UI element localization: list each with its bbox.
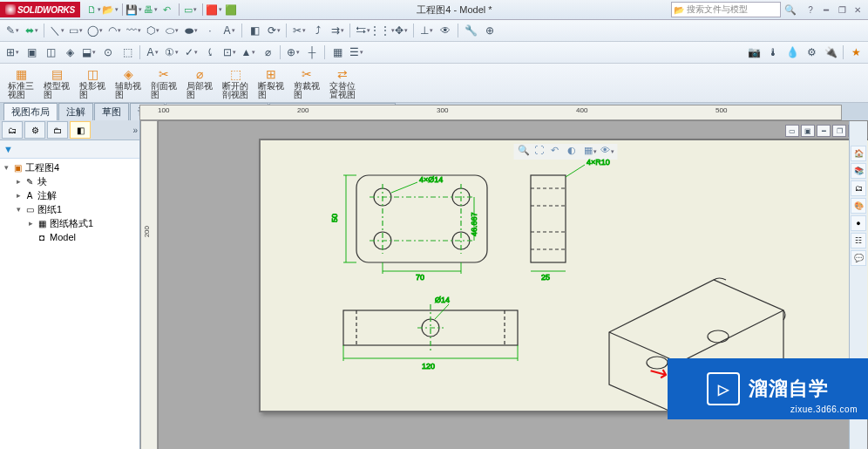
addins-icon[interactable]: ★ [847, 44, 865, 61]
model-view-icon[interactable]: ▣ [23, 44, 40, 61]
tab-草图[interactable]: 草图 [94, 103, 129, 120]
panel-expand-icon[interactable]: » [132, 126, 138, 135]
repair-icon[interactable]: 🔧 [462, 22, 479, 39]
tree-node[interactable]: ◘Model [2, 230, 138, 244]
flow-icon[interactable]: 💧 [783, 44, 801, 61]
options-icon[interactable]: 🟩 [224, 3, 238, 17]
ribbon-交替位置视图[interactable]: ⇄交替位 置视图 [325, 65, 360, 101]
polygon-icon[interactable]: ⬡ [144, 22, 161, 39]
fm-tab-property[interactable]: ⚙ [24, 121, 45, 139]
relation-icon[interactable]: ⊥ [417, 22, 435, 39]
app-logo: SOLIDWORKS [0, 2, 80, 17]
search-input[interactable]: 📂 搜索文件与模型 [671, 2, 781, 17]
print-icon[interactable]: 🖶 [144, 3, 158, 17]
close-icon[interactable]: ✕ [851, 3, 865, 16]
rebuild-icon[interactable]: 🟥 [207, 3, 221, 17]
hole-callout-icon[interactable]: ⌀ [259, 44, 276, 61]
datum-icon[interactable]: ▲ [240, 44, 257, 61]
tp-appearances-icon[interactable]: ● [851, 215, 866, 231]
point-icon[interactable]: · [201, 22, 219, 39]
tree-node[interactable]: ▾▭图纸1 [2, 202, 138, 216]
sim-icon[interactable]: 🌡 [764, 44, 782, 61]
pattern-icon[interactable]: ⋮⋮ [373, 22, 390, 39]
tree-node[interactable]: ▸▦图纸格式1 [2, 216, 138, 230]
tp-file-explorer-icon[interactable]: 🗂 [851, 180, 866, 196]
sketch-icon[interactable]: ✎ [3, 22, 21, 39]
photoview-icon[interactable]: 📷 [745, 44, 763, 61]
select-icon[interactable]: ▭ [184, 3, 198, 17]
weld-icon[interactable]: ⤹ [201, 44, 219, 61]
surface-finish-icon[interactable]: ✓ [182, 44, 200, 61]
ribbon-局部视图[interactable]: ⌀局部视 图 [182, 65, 217, 101]
line-icon[interactable]: ＼ [48, 22, 65, 39]
slot-icon[interactable]: ⬬ [182, 22, 200, 39]
note-icon[interactable]: A [144, 44, 161, 61]
doc-cascade-icon[interactable]: ▣ [801, 125, 815, 137]
circle-icon[interactable]: ◯ [86, 22, 104, 39]
ribbon-辅助视图[interactable]: ◈辅助视 图 [111, 65, 146, 101]
minimize-icon[interactable]: ━ [819, 3, 833, 16]
motion-icon[interactable]: ⚙ [803, 44, 820, 61]
doc-min-icon[interactable]: ━ [817, 125, 831, 137]
trim-icon[interactable]: ✂ [290, 22, 308, 39]
fm-tab-feature-tree[interactable]: 🗂 [2, 121, 23, 139]
ribbon-投影视图[interactable]: ◫投影视 图 [75, 65, 110, 101]
filter-icon[interactable]: ▼ [3, 144, 13, 154]
quick-snap-icon[interactable]: ⊕ [481, 22, 498, 39]
detail-view-icon[interactable]: ⊙ [99, 44, 117, 61]
ribbon-剖面视图[interactable]: ✂剖面视 图 [146, 65, 181, 101]
tp-resources-icon[interactable]: 🏠 [851, 146, 866, 161]
convert-icon[interactable]: ⟳ [265, 22, 282, 39]
ribbon-模型视图[interactable]: ▤模型视 图 [39, 65, 74, 101]
routing-icon[interactable]: 🔌 [822, 44, 839, 61]
plane-icon[interactable]: ◧ [246, 22, 263, 39]
dimension-icon[interactable]: ⬌ [23, 22, 40, 39]
tp-forum-icon[interactable]: 💬 [851, 250, 866, 266]
ribbon-剪裁视图[interactable]: ✂剪裁视 图 [289, 65, 324, 101]
section-view-icon[interactable]: ⬓ [80, 44, 98, 61]
tp-custom-props-icon[interactable]: ☷ [851, 233, 866, 248]
ribbon-断开的剖视图[interactable]: ⬚断开的 剖视图 [218, 65, 253, 101]
broken-out-icon[interactable]: ⬚ [119, 44, 136, 61]
rect-icon[interactable]: ▭ [67, 22, 85, 39]
ellipse-icon[interactable]: ⬭ [163, 22, 180, 39]
text-icon[interactable]: A [220, 22, 238, 39]
fm-tab-config[interactable]: 🗀 [47, 121, 68, 139]
balloon-icon[interactable]: ① [163, 44, 180, 61]
tree-root[interactable]: ▾▣工程图4 [2, 160, 138, 174]
extend-icon[interactable]: ⤴ [309, 22, 327, 39]
projected-view-icon[interactable]: ◫ [42, 44, 59, 61]
spline-icon[interactable]: 〰 [125, 22, 142, 39]
tp-view-palette-icon[interactable]: 🎨 [851, 198, 866, 214]
open-icon[interactable]: 📂 [104, 3, 118, 17]
display-icon[interactable]: 👁 [437, 22, 454, 39]
fm-tab-dimxpert[interactable]: ◧ [70, 121, 91, 139]
help-icon[interactable]: ? [804, 3, 817, 16]
tree-node[interactable]: ▸A注解 [2, 188, 138, 202]
centerline-icon[interactable]: ┼ [303, 44, 321, 61]
undo-icon[interactable]: ↶ [160, 3, 174, 17]
tab-视图布局[interactable]: 视图布局 [3, 103, 58, 120]
standard-views-icon[interactable]: ⊞ [3, 44, 21, 61]
gtol-icon[interactable]: ⊡ [220, 44, 238, 61]
ribbon-断裂视图[interactable]: ⊞断裂视 图 [254, 65, 288, 101]
doc-max-icon[interactable]: ❐ [832, 125, 846, 137]
restore-icon[interactable]: ❐ [835, 3, 849, 16]
feature-tree[interactable]: ▾▣工程图4▸✎块▸A注解▾▭图纸1▸▦图纸格式1◘Model [0, 159, 139, 449]
tree-node[interactable]: ▸✎块 [2, 174, 138, 188]
search-button[interactable]: 🔍 [784, 4, 800, 16]
new-icon[interactable]: 🗋 [87, 3, 101, 17]
aux-view-icon[interactable]: ◈ [61, 44, 78, 61]
centermark-icon[interactable]: ⊕ [284, 44, 302, 61]
doc-tile-icon[interactable]: ▭ [785, 125, 799, 137]
bom-icon[interactable]: ☰ [348, 44, 365, 61]
tab-注解[interactable]: 注解 [58, 103, 93, 120]
move-icon[interactable]: ✥ [392, 22, 410, 39]
table-icon[interactable]: ▦ [329, 44, 346, 61]
save-icon[interactable]: 💾 [127, 3, 141, 17]
ribbon-标准三视图[interactable]: ▦标准三 视图 [3, 65, 38, 101]
arc-icon[interactable]: ◠ [105, 22, 123, 39]
offset-icon[interactable]: ⇉ [329, 22, 346, 39]
tp-design-lib-icon[interactable]: 📚 [851, 163, 866, 179]
svg-text:Ø14: Ø14 [435, 296, 450, 304]
